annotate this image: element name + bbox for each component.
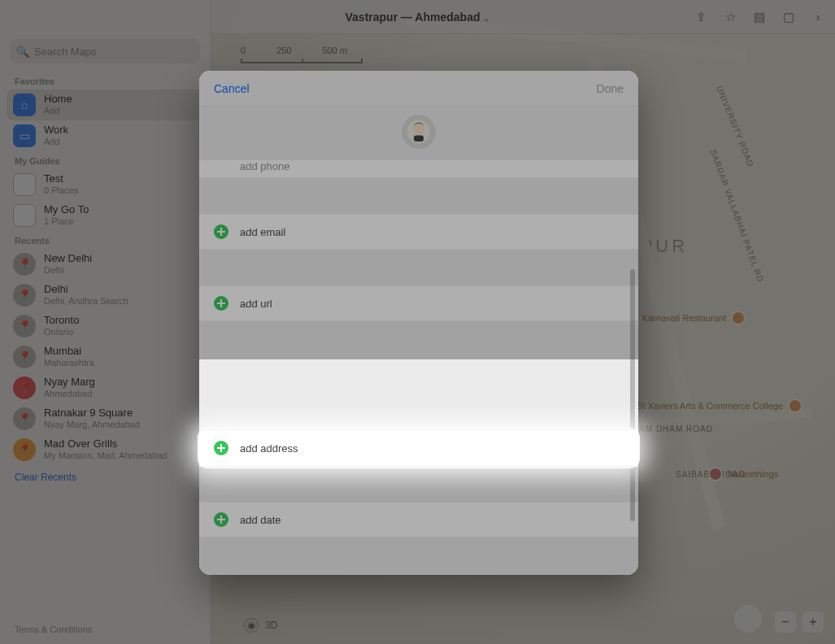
- add-url-row[interactable]: add url: [199, 285, 638, 321]
- contact-edit-modal: Cancel Done add phone: [199, 71, 638, 575]
- add-phone-row[interactable]: add phone: [199, 160, 638, 178]
- memoji-icon: [407, 120, 431, 144]
- svg-point-1: [413, 124, 424, 135]
- add-icon: [214, 296, 228, 311]
- add-date-row[interactable]: add date: [199, 502, 638, 537]
- contact-avatar[interactable]: [402, 115, 436, 149]
- add-icon: [214, 512, 228, 527]
- add-icon: [214, 224, 228, 239]
- svg-rect-2: [414, 136, 424, 142]
- cancel-button[interactable]: Cancel: [214, 82, 250, 95]
- add-icon: [214, 441, 228, 455]
- done-button[interactable]: Done: [597, 82, 624, 95]
- scrollbar[interactable]: [630, 269, 635, 521]
- add-email-row[interactable]: add email: [199, 214, 638, 250]
- add-address-row[interactable]: add address: [199, 429, 638, 467]
